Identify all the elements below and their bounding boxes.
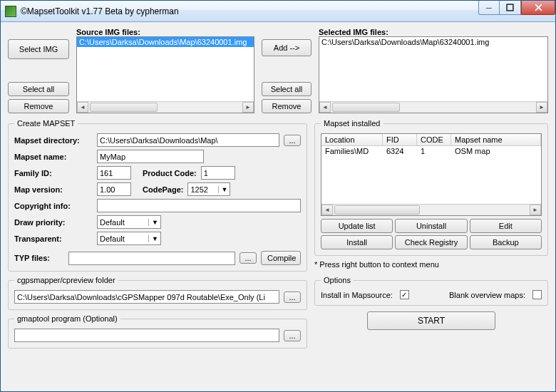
svg-rect-0 xyxy=(507,4,513,11)
column-location[interactable]: Location xyxy=(321,134,383,145)
chevron-down-icon: ▼ xyxy=(148,219,158,226)
create-mapset-group: Create MAPSET Mapset directory: ... Maps… xyxy=(8,119,307,272)
column-mapset-name[interactable]: Mapset name xyxy=(451,134,541,145)
installed-table[interactable]: Location FID CODE Mapset name Families\M… xyxy=(321,133,542,216)
compile-button[interactable]: Compile xyxy=(261,251,301,265)
close-button[interactable] xyxy=(521,1,555,15)
table-row[interactable]: Families\MD 6324 1 OSM map xyxy=(321,146,541,156)
family-id-input[interactable] xyxy=(97,166,131,180)
cgpsmapper-path-input[interactable] xyxy=(14,290,279,304)
titlebar[interactable]: ©MapsetToolkit v1.77 Beta by cypherman ─ xyxy=(1,1,555,22)
cgpsmapper-browse-button[interactable]: ... xyxy=(284,292,301,303)
list-item[interactable]: C:\Users\Darksa\Downloads\Map\63240001.i… xyxy=(319,37,547,47)
source-img-listbox[interactable]: C:\Users\Darksa\Downloads\Map\63240001.i… xyxy=(76,36,254,113)
selected-remove-button[interactable]: Remove xyxy=(262,99,312,113)
selected-img-label: Selected IMG files: xyxy=(319,28,548,36)
scroll-right-icon[interactable]: ► xyxy=(242,102,254,113)
create-mapset-legend: Create MAPSET xyxy=(14,119,78,128)
mapset-directory-label: Mapset directory: xyxy=(14,136,93,145)
draw-priority-select[interactable]: Default▼ xyxy=(97,215,161,229)
scrollbar[interactable]: ◄ ► xyxy=(321,204,541,215)
install-button[interactable]: Install xyxy=(321,235,393,249)
options-group: Options Install in Mapsource: ✓ Blank ov… xyxy=(314,276,548,306)
blank-overview-checkbox[interactable] xyxy=(532,290,542,299)
install-in-mapsource-label: Install in Mapsource: xyxy=(321,291,393,299)
scroll-right-icon[interactable]: ► xyxy=(530,205,541,215)
typ-files-label: TYP files: xyxy=(14,254,64,262)
selected-img-listbox[interactable]: C:\Users\Darksa\Downloads\Map\63240001.i… xyxy=(319,36,548,113)
gmaptool-group: gmaptool program (Optional) ... xyxy=(8,314,307,349)
scroll-right-icon[interactable]: ► xyxy=(536,102,547,113)
mapset-installed-legend: Mapset installed xyxy=(321,119,383,128)
mapset-directory-browse-button[interactable]: ... xyxy=(284,135,301,146)
column-code[interactable]: CODE xyxy=(417,134,451,145)
source-select-all-button[interactable]: Select all xyxy=(8,82,69,96)
typ-browse-button[interactable]: ... xyxy=(240,252,257,264)
context-menu-hint: * Press right button to context menu xyxy=(314,260,548,269)
codepage-label: CodePage: xyxy=(143,185,183,194)
window-title: ©MapsetToolkit v1.77 Beta by cypherman xyxy=(21,6,179,16)
select-img-button[interactable]: Select IMG xyxy=(8,39,69,59)
source-img-label: Source IMG files: xyxy=(76,28,254,36)
uninstall-button[interactable]: Uninstall xyxy=(395,219,467,233)
codepage-select[interactable]: 1252▼ xyxy=(187,182,230,196)
scrollbar[interactable]: ◄ ► xyxy=(77,101,254,113)
options-legend: Options xyxy=(321,276,354,284)
gmaptool-legend: gmaptool program (Optional) xyxy=(14,314,120,323)
typ-files-input[interactable] xyxy=(68,252,235,265)
copyright-input[interactable] xyxy=(97,199,301,212)
scroll-left-icon[interactable]: ◄ xyxy=(321,205,333,215)
scrollbar[interactable]: ◄ ► xyxy=(319,101,547,113)
map-version-input[interactable] xyxy=(97,182,131,196)
selected-select-all-button[interactable]: Select all xyxy=(262,82,312,96)
start-button[interactable]: START xyxy=(367,311,495,330)
mapset-directory-input[interactable] xyxy=(97,133,279,147)
close-icon xyxy=(535,4,542,11)
chevron-down-icon: ▼ xyxy=(148,235,158,242)
update-list-button[interactable]: Update list xyxy=(321,219,393,233)
source-remove-button[interactable]: Remove xyxy=(8,99,69,113)
family-id-label: Family ID: xyxy=(14,169,93,177)
mapset-name-label: Mapset name: xyxy=(14,153,93,161)
map-version-label: Map version: xyxy=(14,185,93,194)
chevron-down-icon: ▼ xyxy=(218,186,228,193)
mapset-installed-group: Mapset installed Location FID CODE Mapse… xyxy=(314,119,548,256)
edit-button[interactable]: Edit xyxy=(470,219,542,233)
product-code-label: Product Code: xyxy=(143,169,197,177)
scroll-left-icon[interactable]: ◄ xyxy=(319,102,331,113)
transparent-select[interactable]: Default▼ xyxy=(97,232,161,245)
app-icon xyxy=(5,6,16,17)
minimize-button[interactable]: ─ xyxy=(478,1,500,15)
list-item[interactable]: C:\Users\Darksa\Downloads\Map\63240001.i… xyxy=(77,37,254,47)
app-window: ©MapsetToolkit v1.77 Beta by cypherman ─… xyxy=(0,0,556,392)
product-code-input[interactable] xyxy=(201,166,235,180)
mapset-name-input[interactable] xyxy=(97,150,204,163)
copyright-label: Copyright info: xyxy=(14,202,93,210)
maximize-button[interactable] xyxy=(500,1,521,15)
column-fid[interactable]: FID xyxy=(383,134,417,145)
scroll-left-icon[interactable]: ◄ xyxy=(77,102,88,113)
gmaptool-path-input[interactable] xyxy=(14,329,279,342)
cgpsmapper-legend: cgpsmapper/cpreview folder xyxy=(14,276,118,284)
draw-priority-label: Draw priority: xyxy=(14,218,93,227)
cgpsmapper-group: cgpsmapper/cpreview folder ... xyxy=(8,276,307,310)
add-button[interactable]: Add --> xyxy=(262,39,312,56)
gmaptool-browse-button[interactable]: ... xyxy=(284,330,301,341)
backup-button[interactable]: Backup xyxy=(470,235,542,249)
maximize-icon xyxy=(506,4,514,11)
install-in-mapsource-checkbox[interactable]: ✓ xyxy=(400,290,409,299)
blank-overview-label: Blank overview maps: xyxy=(449,291,525,299)
check-registry-button[interactable]: Check Registry xyxy=(395,235,467,249)
transparent-label: Transparent: xyxy=(14,234,93,243)
table-header: Location FID CODE Mapset name xyxy=(321,134,541,146)
